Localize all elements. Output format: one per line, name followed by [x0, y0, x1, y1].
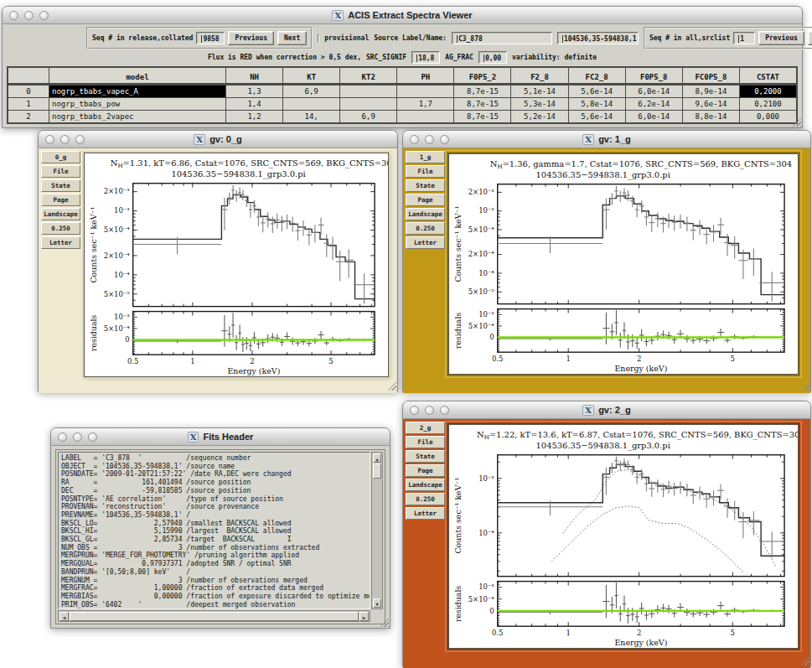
row-0-f2_8-cell[interactable]: 5,1e-14: [511, 85, 567, 97]
gv1-landscape-button[interactable]: Landscape: [406, 208, 445, 220]
gv2-file-button[interactable]: File: [406, 436, 445, 448]
column-header-cstat: CSTAT: [740, 68, 796, 85]
row-1-fc0p5_8-cell[interactable]: 9,6e-14: [683, 98, 739, 110]
row-2-ph-cell[interactable]: [397, 111, 453, 122]
gv0-titlebar[interactable]: Xgv: 0_g: [39, 131, 397, 148]
gv0-0-250-button[interactable]: 0.250: [41, 222, 80, 235]
row-1-f0p5_2-cell[interactable]: 8,7e-15: [454, 98, 510, 110]
gv0-state-button[interactable]: State: [41, 179, 80, 192]
row-0-model-cell[interactable]: nogrp_tbabs_vapec_A: [49, 85, 225, 97]
row-0-ph-cell[interactable]: [397, 85, 453, 97]
row-1-f2_8-cell[interactable]: 5,3e-14: [511, 98, 567, 110]
row-0-fc2_8-cell[interactable]: 5,6e-14: [569, 85, 625, 97]
gv0-file-button[interactable]: File: [41, 165, 80, 178]
fits-window-title: XFits Header: [51, 432, 390, 443]
gv2-state-button[interactable]: State: [406, 450, 445, 463]
ag-frac-input[interactable]: 0,00: [478, 51, 507, 64]
scroll-right-icon[interactable]: ▶: [359, 612, 369, 621]
gv1-0-250-button[interactable]: 0.250: [406, 222, 445, 235]
source-name-input[interactable]: C3_878: [452, 32, 552, 44]
minimize-button[interactable]: [73, 432, 82, 442]
row-2-kt2-cell[interactable]: 6,9: [340, 111, 396, 122]
seq-release-input[interactable]: 9858: [196, 32, 225, 44]
gv1-titlebar[interactable]: Xgv: 1_g: [403, 131, 810, 148]
row-1-kt-cell[interactable]: [283, 98, 339, 110]
viewer-titlebar[interactable]: XACIS Extract Spectra Viewer: [3, 7, 802, 24]
x11-logo-icon: X: [582, 134, 594, 145]
row-2-fc2_8-cell[interactable]: 5,6e-14: [569, 111, 625, 122]
seq-release-previous-button[interactable]: Previous: [228, 31, 274, 45]
gv1-state-button[interactable]: State: [406, 179, 445, 192]
seq-all-input[interactable]: 1: [733, 32, 755, 44]
row-2-fc0p5_8-cell[interactable]: 8,8e-14: [683, 111, 739, 122]
seq-all-next-button[interactable]: Next: [808, 31, 812, 45]
row-1-cstat-cell[interactable]: 0,2100: [740, 98, 796, 110]
scroll-down-icon[interactable]: ▼: [373, 598, 381, 608]
row-0-kt-cell[interactable]: 6,9: [283, 85, 339, 97]
zoom-button[interactable]: [39, 11, 49, 20]
close-button[interactable]: [58, 432, 67, 442]
seq-all-previous-button[interactable]: Previous: [758, 31, 804, 45]
vertical-scrollbar[interactable]: ▲ ▼: [371, 452, 383, 609]
gv2-2-g-button[interactable]: 2_g: [406, 422, 445, 434]
src-signif-input[interactable]: 18,8: [411, 51, 440, 64]
row-0-number-cell[interactable]: 0: [8, 85, 49, 97]
zoom-button[interactable]: [440, 135, 449, 144]
row-1-kt2-cell[interactable]: [340, 98, 396, 110]
close-button[interactable]: [9, 11, 18, 20]
gv1-1-g-button[interactable]: 1_g: [406, 151, 445, 163]
row-0-kt2-cell[interactable]: [340, 85, 396, 97]
row-1-fc2_8-cell[interactable]: 5,8e-14: [569, 98, 625, 110]
provisional-checkbox[interactable]: [318, 34, 319, 43]
row-0-fc0p5_8-cell[interactable]: 8,9e-14: [683, 85, 739, 97]
gv1-page-button[interactable]: Page: [406, 194, 445, 206]
horizontal-scrollbar[interactable]: ◀ ▶: [58, 610, 370, 622]
fits-titlebar[interactable]: XFits Header: [51, 428, 390, 446]
gv1-page: 0.51252×10⁻³10⁻³5×10⁻⁴2×10⁻⁴10⁻⁴5×10⁻⁵10…: [448, 153, 799, 375]
row-2-f0p5_8-cell[interactable]: 6,0e-14: [626, 111, 682, 122]
row-0-nh-cell[interactable]: 1,3: [226, 85, 282, 97]
row-2-model-cell[interactable]: nogrp_tbabs_2vapec: [49, 111, 225, 122]
row-0-cstat-cell[interactable]: 0,2000: [740, 85, 796, 97]
scroll-up-icon[interactable]: ▲: [373, 453, 381, 463]
gv2-landscape-button[interactable]: Landscape: [406, 479, 445, 491]
row-2-f2_8-cell[interactable]: 5,2e-14: [511, 111, 567, 122]
row-2-f0p5_2-cell[interactable]: 8,7e-15: [454, 111, 510, 122]
row-0-f0p5_8-cell[interactable]: 6,0e-14: [626, 85, 682, 97]
minimize-button[interactable]: [24, 11, 34, 20]
gv2-letter-button[interactable]: Letter: [406, 507, 445, 520]
gv0-landscape-button[interactable]: Landscape: [41, 208, 80, 220]
row-1-nh-cell[interactable]: 1,4: [226, 98, 282, 110]
seq-release-next-button[interactable]: Next: [277, 31, 307, 45]
zoom-button[interactable]: [75, 135, 85, 144]
zoom-button[interactable]: [440, 406, 449, 415]
source-fullname-input[interactable]: 104536,35-594838,1: [557, 32, 639, 44]
minimize-button[interactable]: [425, 406, 434, 415]
zoom-button[interactable]: [88, 432, 97, 442]
row-2-nh-cell[interactable]: 1,2: [226, 111, 282, 122]
gv0-page-button[interactable]: Page: [41, 194, 80, 206]
row-1-ph-cell[interactable]: 1,7: [397, 98, 453, 110]
horizontal-scroll-thumb[interactable]: [70, 612, 359, 621]
close-button[interactable]: [45, 135, 54, 144]
row-1-number-cell[interactable]: 1: [8, 98, 49, 110]
minimize-button[interactable]: [60, 135, 70, 144]
row-1-model-cell[interactable]: nogrp_tbabs_pow: [49, 98, 225, 110]
row-2-kt-cell[interactable]: 14,: [283, 111, 339, 122]
gv1-letter-button[interactable]: Letter: [406, 236, 445, 249]
vertical-scroll-thumb[interactable]: [373, 463, 381, 479]
gv0-0-g-button[interactable]: 0_g: [41, 151, 80, 163]
row-2-number-cell[interactable]: 2: [8, 111, 49, 122]
gv2-0-250-button[interactable]: 0.250: [406, 493, 445, 505]
close-button[interactable]: [410, 406, 419, 415]
minimize-button[interactable]: [425, 135, 434, 144]
scroll-left-icon[interactable]: ◀: [59, 612, 69, 621]
close-button[interactable]: [410, 135, 419, 144]
gv1-file-button[interactable]: File: [406, 165, 445, 178]
row-0-f0p5_2-cell[interactable]: 8,7e-15: [454, 85, 510, 97]
gv0-letter-button[interactable]: Letter: [41, 236, 80, 249]
gv2-titlebar[interactable]: Xgv: 2_g: [403, 401, 810, 419]
row-2-cstat-cell[interactable]: 0,000: [740, 111, 796, 122]
gv2-page-button[interactable]: Page: [406, 464, 445, 477]
row-1-f0p5_8-cell[interactable]: 6,2e-14: [626, 98, 682, 110]
